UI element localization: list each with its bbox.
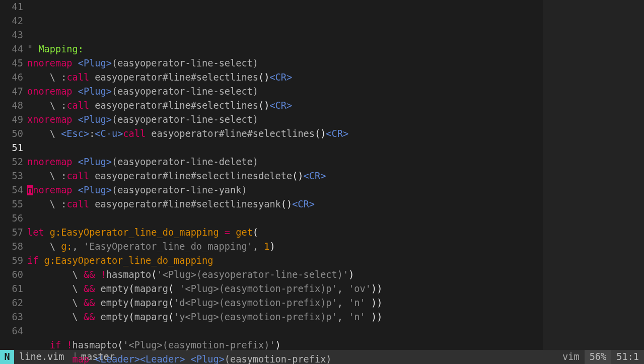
line-number: 58 <box>0 240 23 254</box>
line-number: 61 <box>0 282 23 296</box>
line-number: 54 <box>0 183 23 197</box>
line-number: 60 <box>0 268 23 282</box>
line-number: 64 <box>0 324 23 338</box>
line-number: 53 <box>0 169 23 183</box>
line-number-gutter: 4142434445464748495051525354555657585960… <box>0 0 27 350</box>
line-number: 57 <box>0 226 23 240</box>
right-background-column <box>543 0 644 350</box>
line-number: 42 <box>0 14 23 28</box>
line-number: 50 <box>0 127 23 141</box>
editor[interactable]: 4142434445464748495051525354555657585960… <box>0 0 644 350</box>
line-number: 47 <box>0 85 23 99</box>
line-number: 43 <box>0 28 23 42</box>
line-number: 62 <box>0 296 23 310</box>
line-number: 52 <box>0 155 23 169</box>
line-number: 63 <box>0 310 23 324</box>
line-number: 59 <box>0 254 23 268</box>
line-number: 41 <box>0 0 23 14</box>
line-number: 44 <box>0 42 23 56</box>
line-number: 49 <box>0 113 23 127</box>
line-number: 56 <box>0 211 23 226</box>
line-number: 51 <box>0 141 23 155</box>
mode-indicator: N <box>0 350 14 364</box>
code-line[interactable]: map <Leader><Leader> <Plug>(easymotion-p… <box>27 352 644 364</box>
line-number: 55 <box>0 197 23 211</box>
code-area[interactable]: " Mapping:nnoremap <Plug>(easyoperator-l… <box>27 0 644 350</box>
line-number: 48 <box>0 99 23 113</box>
line-number: 46 <box>0 70 23 85</box>
line-number: 45 <box>0 56 23 70</box>
